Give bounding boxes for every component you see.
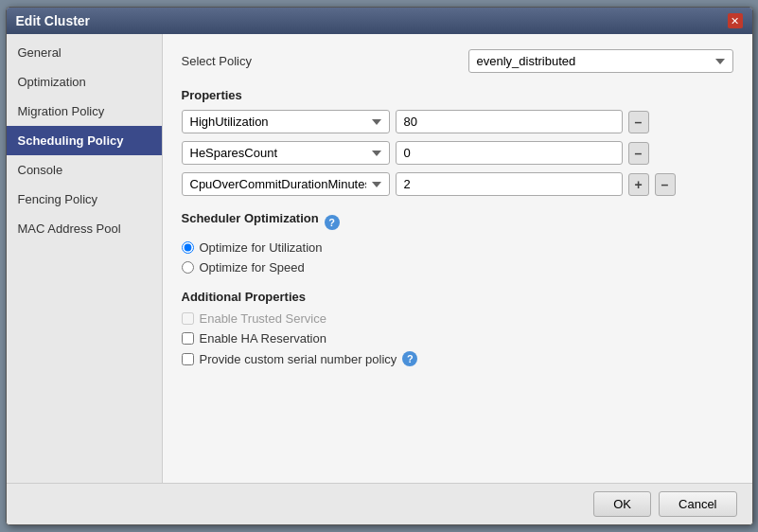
properties-section: Properties HighUtilizationHeSparesCountC… [182, 88, 733, 196]
close-button[interactable]: ✕ [728, 13, 743, 28]
sidebar-item-general[interactable]: General [7, 38, 162, 67]
property-select-1[interactable]: HighUtilizationHeSparesCountCpuOverCommi… [182, 141, 390, 165]
checkbox-custom-serial[interactable] [182, 353, 194, 365]
title-bar: Edit Cluster ✕ [7, 8, 752, 34]
scheduler-section: Scheduler Optimization ? Optimize for Ut… [182, 211, 733, 275]
sidebar-item-scheduling-policy[interactable]: Scheduling Policy [7, 126, 162, 155]
checkbox-row-1: Enable HA Reservation [182, 331, 733, 346]
sidebar-item-migration-policy[interactable]: Migration Policy [7, 97, 162, 126]
additional-title: Additional Properties [182, 290, 733, 304]
sidebar-item-mac-address-pool[interactable]: MAC Address Pool [7, 214, 162, 243]
select-policy-label: Select Policy [182, 54, 252, 68]
radio-opt-speed[interactable] [182, 261, 194, 274]
property-value-2[interactable] [396, 172, 623, 196]
property-minus-btn-0[interactable]: – [628, 111, 649, 133]
checkbox-label-0: Enable Trusted Service [200, 311, 326, 326]
property-value-0[interactable] [396, 110, 623, 133]
checkbox-label-1[interactable]: Enable HA Reservation [200, 331, 326, 346]
select-policy-row: Select Policy evenly_distributedvm_evenl… [182, 49, 733, 73]
sidebar-item-fencing-policy[interactable]: Fencing Policy [7, 185, 162, 214]
checkbox-ha-reservation[interactable] [182, 332, 194, 345]
dialog-title: Edit Cluster [16, 13, 91, 28]
radio-opt-utilization[interactable] [182, 241, 194, 254]
scheduler-title: Scheduler Optimization [182, 211, 319, 225]
scheduler-title-row: Scheduler Optimization ? [182, 211, 733, 233]
sidebar-item-optimization[interactable]: Optimization [7, 67, 162, 97]
property-minus-btn-1[interactable]: – [628, 142, 649, 165]
checkbox-trusted-service [182, 312, 194, 325]
radio-row-0: Optimize for Utilization [182, 240, 733, 255]
main-content: Select Policy evenly_distributedvm_evenl… [163, 34, 752, 483]
property-minus-btn-2[interactable]: – [655, 173, 676, 196]
radio-label-0[interactable]: Optimize for Utilization [200, 240, 323, 255]
edit-cluster-dialog: Edit Cluster ✕ GeneralOptimizationMigrat… [6, 7, 753, 525]
property-select-0[interactable]: HighUtilizationHeSparesCountCpuOverCommi… [182, 110, 390, 133]
property-value-1[interactable] [396, 141, 623, 165]
cancel-button[interactable]: Cancel [659, 491, 736, 517]
property-row-0: HighUtilizationHeSparesCountCpuOverCommi… [182, 110, 733, 133]
radio-label-1[interactable]: Optimize for Speed [200, 260, 305, 275]
additional-section: Additional Properties Enable Trusted Ser… [182, 290, 733, 366]
ok-button[interactable]: OK [593, 491, 651, 517]
radio-row-1: Optimize for Speed [182, 260, 733, 275]
checkbox-row-0: Enable Trusted Service [182, 311, 733, 326]
dialog-footer: OK Cancel [7, 483, 752, 524]
dialog-body: GeneralOptimizationMigration PolicySched… [7, 34, 752, 483]
checkbox-help-icon-2[interactable]: ? [402, 351, 417, 366]
policy-select[interactable]: evenly_distributedvm_evenly_distributedn… [468, 49, 733, 73]
scheduler-help-icon[interactable]: ? [325, 215, 340, 230]
checkbox-row-2: Provide custom serial number policy? [182, 351, 733, 366]
property-row-2: HighUtilizationHeSparesCountCpuOverCommi… [182, 172, 733, 196]
checkbox-label-2[interactable]: Provide custom serial number policy [200, 352, 397, 366]
property-row-1: HighUtilizationHeSparesCountCpuOverCommi… [182, 141, 733, 165]
sidebar: GeneralOptimizationMigration PolicySched… [7, 34, 163, 483]
properties-title: Properties [182, 88, 733, 102]
sidebar-item-console[interactable]: Console [7, 155, 162, 185]
property-select-2[interactable]: HighUtilizationHeSparesCountCpuOverCommi… [182, 172, 390, 196]
property-plus-btn-2[interactable]: + [628, 173, 649, 196]
